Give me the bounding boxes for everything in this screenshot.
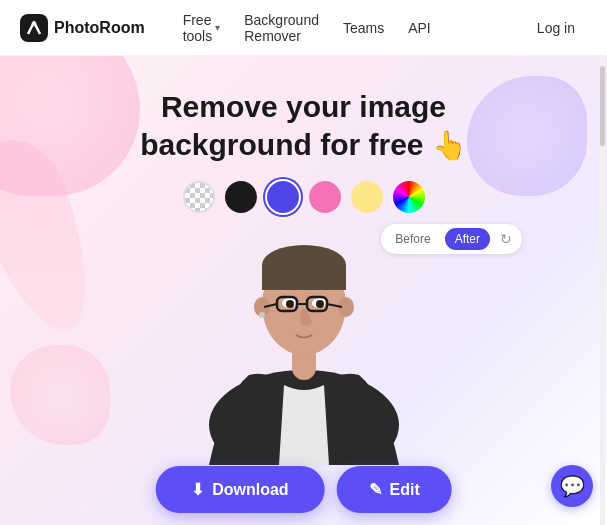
person-svg xyxy=(194,175,414,465)
scrollbar[interactable] xyxy=(600,56,605,525)
person-image xyxy=(164,165,444,465)
edit-button[interactable]: ✎ Edit xyxy=(337,466,452,513)
nav-links: Free tools ▾ Background Remover Teams AP… xyxy=(173,6,441,50)
svg-point-12 xyxy=(316,300,324,308)
logo[interactable]: PhotoRoom xyxy=(20,14,145,42)
chat-button[interactable]: 💬 xyxy=(551,465,593,507)
decorative-blob-2 xyxy=(467,76,587,196)
nav-teams[interactable]: Teams xyxy=(333,14,394,42)
chevron-down-icon: ▾ xyxy=(215,22,220,33)
nav-api[interactable]: API xyxy=(398,14,441,42)
decorative-blob-3 xyxy=(10,345,110,445)
scrollbar-thumb[interactable] xyxy=(600,66,605,146)
logo-text: PhotoRoom xyxy=(54,19,145,37)
hero-title: Remove your image background for free 👆 xyxy=(140,88,467,163)
hero-emoji: 👆 xyxy=(432,130,467,161)
svg-point-1 xyxy=(31,21,37,27)
nav-background-remover[interactable]: Background Remover xyxy=(234,6,329,50)
action-buttons: ⬇ Download ✎ Edit xyxy=(155,466,452,513)
after-button[interactable]: After xyxy=(445,228,490,250)
before-button[interactable]: Before xyxy=(385,228,440,250)
refresh-icon[interactable]: ↻ xyxy=(494,227,518,251)
svg-point-11 xyxy=(286,300,294,308)
nav-free-tools[interactable]: Free tools ▾ xyxy=(173,6,231,50)
svg-rect-0 xyxy=(20,14,48,42)
edit-icon: ✎ xyxy=(369,480,382,499)
before-after-toggle: Before After ↻ xyxy=(381,224,522,254)
download-icon: ⬇ xyxy=(191,480,204,499)
hero-section: Remove your image background for free 👆 … xyxy=(0,56,607,525)
login-button[interactable]: Log in xyxy=(525,14,587,42)
svg-point-18 xyxy=(259,312,265,318)
chat-icon: 💬 xyxy=(560,474,585,498)
svg-rect-6 xyxy=(262,265,346,290)
logo-icon xyxy=(20,14,48,42)
download-button[interactable]: ⬇ Download xyxy=(155,466,324,513)
navbar: PhotoRoom Free tools ▾ Background Remove… xyxy=(0,0,607,56)
